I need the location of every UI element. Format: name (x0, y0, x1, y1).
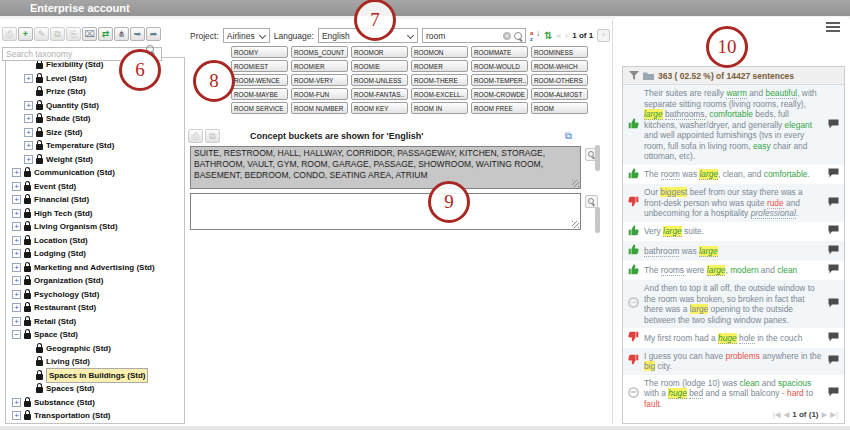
clear-search-icon[interactable]: ✕ (503, 32, 511, 40)
term-button[interactable]: ROOM-FUN (291, 88, 348, 100)
expand-icon[interactable]: + (12, 290, 21, 299)
sitemap-icon[interactable]: ⋔ (114, 27, 129, 41)
folder-icon[interactable] (643, 71, 654, 80)
tree-item-marketing-and-advertising-std[interactable]: +Marketing and Advertising (Std) (6, 261, 184, 275)
expand-icon[interactable]: + (12, 182, 21, 191)
next-page-icon[interactable]: › (597, 29, 610, 42)
term-button[interactable]: ROOMIE (351, 60, 408, 72)
tree-item-quantity-std[interactable]: +Quantity (Std) (6, 99, 184, 113)
thumbs-up-icon[interactable] (627, 225, 640, 239)
scrollbar-handle[interactable] (595, 145, 600, 171)
expand-icon[interactable]: + (12, 317, 21, 326)
term-button[interactable]: ROOMY (231, 46, 288, 58)
term-button[interactable]: ROOMIEST (231, 60, 288, 72)
expand-icon[interactable]: + (12, 263, 21, 272)
prev-page-icon[interactable]: ◀ (783, 410, 789, 419)
expand-icon[interactable]: + (12, 168, 21, 177)
comment-icon[interactable] (828, 225, 840, 238)
tree-item-size-std[interactable]: +Size (Std) (6, 126, 184, 140)
tree-item-financial-std[interactable]: +Financial (Std) (6, 193, 184, 207)
term-button[interactable]: ROOMER (411, 60, 468, 72)
term-button[interactable]: ROOM-WENCE (231, 74, 288, 86)
concept-bucket-textarea[interactable]: SUITE, RESTROOM, HALL, HALLWAY, CORRIDOR… (190, 146, 581, 189)
tree-item-retail-std[interactable]: +Retail (Std) (6, 315, 184, 329)
comment-icon[interactable] (828, 355, 840, 368)
paste-icon[interactable]: ⎘ (66, 27, 81, 41)
comment-icon[interactable] (828, 168, 840, 181)
expand-icon[interactable]: + (12, 398, 21, 407)
tree-item-lodging-std[interactable]: +Lodging (Std) (6, 247, 184, 261)
tree-item-living-std[interactable]: +Living (Std) (6, 355, 184, 369)
refresh-icon[interactable]: ⇅ (544, 30, 552, 41)
resize-handle[interactable] (572, 221, 579, 228)
term-button[interactable]: ROOM-CROWDE (471, 88, 528, 100)
term-button[interactable]: ROOM-FANTAS.. (351, 88, 408, 100)
copy-icon[interactable]: ⧉ (50, 27, 65, 41)
resize-handle[interactable] (572, 180, 579, 187)
expand-icon[interactable]: + (12, 303, 21, 312)
project-select[interactable]: Airlines (223, 28, 270, 43)
comment-icon[interactable] (828, 119, 840, 132)
expand-icon[interactable]: + (12, 236, 21, 245)
expand-icon[interactable]: + (24, 155, 33, 164)
edit-icon[interactable]: ✎ (34, 27, 49, 41)
export-icon[interactable]: ➥ (130, 27, 145, 41)
comment-icon[interactable] (828, 197, 840, 210)
term-button[interactable]: ROOM FREE (471, 102, 528, 114)
thumbs-up-icon[interactable] (627, 118, 640, 132)
expand-icon[interactable]: + (12, 209, 21, 218)
expand-icon[interactable]: + (24, 74, 33, 83)
term-button[interactable]: ROOM-MAYBE (231, 88, 288, 100)
thumbs-up-icon[interactable] (627, 244, 640, 258)
term-button[interactable]: ROOM-EXCELL.. (411, 88, 468, 100)
tree-item-substance-std[interactable]: +Substance (Std) (6, 396, 184, 410)
comment-icon[interactable] (828, 245, 840, 258)
add-node-icon[interactable]: + (18, 27, 33, 41)
thumbs-down-icon[interactable] (627, 354, 640, 368)
term-button[interactable]: ROOMOR (351, 46, 408, 58)
expand-icon[interactable]: + (12, 195, 21, 204)
tree-item-weight-std[interactable]: +Weight (Std) (6, 153, 184, 167)
collapse-icon[interactable]: − (12, 330, 21, 339)
tree-item-restaurant-std[interactable]: +Restaurant (Std) (6, 301, 184, 315)
expand-icon[interactable]: + (24, 128, 33, 137)
tree-item-transportation-std[interactable]: +Transportation (Std) (6, 409, 184, 423)
neutral-icon[interactable] (627, 387, 640, 401)
expand-icon[interactable]: + (12, 249, 21, 258)
term-button[interactable]: ROOM-TEMPER.. (471, 74, 528, 86)
term-button[interactable]: ROOM NUMBER (291, 102, 348, 114)
term-button[interactable]: ROOM-WHICH (531, 60, 588, 72)
filter-icon[interactable] (629, 71, 639, 80)
term-button[interactable]: ROOMON (411, 46, 468, 58)
tree-item-organization-std[interactable]: +Organization (Std) (6, 274, 184, 288)
term-search-input[interactable]: room ✕ (422, 28, 526, 43)
thumbs-down-icon[interactable] (627, 331, 640, 345)
expand-icon[interactable]: + (12, 222, 21, 231)
term-button[interactable]: ROOM (531, 102, 588, 114)
import-icon[interactable]: ➦ (146, 27, 161, 41)
tree-item-event-std[interactable]: +Event (Std) (6, 180, 184, 194)
term-button[interactable]: ROOMINESS (531, 46, 588, 58)
term-button[interactable]: ROOM KEY (351, 102, 408, 114)
term-button[interactable]: ROOM-OTHERS (531, 74, 588, 86)
thumbs-down-icon[interactable] (627, 196, 640, 210)
tree-item-temperature-std[interactable]: +Temperature (Std) (6, 139, 184, 153)
prev-page-icon[interactable]: ‹ (565, 31, 568, 41)
tree-item-location-std[interactable]: +Location (Std) (6, 234, 184, 248)
refresh-icon[interactable]: ⇄ (98, 27, 113, 41)
expand-icon[interactable]: + (12, 276, 21, 285)
tree-item-spaces-std[interactable]: +Spaces (Std) (6, 382, 184, 396)
expand-icon[interactable]: + (12, 411, 21, 420)
tree-item-space-std[interactable]: −Space (Std) (6, 328, 184, 342)
comment-icon[interactable] (828, 387, 840, 400)
save-icon[interactable]: ⎙ (2, 27, 17, 41)
tree-item-shade-std[interactable]: +Shade (Std) (6, 112, 184, 126)
neutral-icon[interactable] (627, 297, 640, 311)
expand-icon[interactable]: + (24, 101, 33, 110)
term-button[interactable]: ROOM SERVICE (231, 102, 288, 114)
expand-icon[interactable]: + (24, 114, 33, 123)
thumbs-up-icon[interactable] (627, 264, 640, 278)
tree-item-living-organism-std[interactable]: +Living Organism (Std) (6, 220, 184, 234)
tree-item-communication-std[interactable]: +Communication (Std) (6, 166, 184, 180)
comment-icon[interactable] (828, 298, 840, 311)
